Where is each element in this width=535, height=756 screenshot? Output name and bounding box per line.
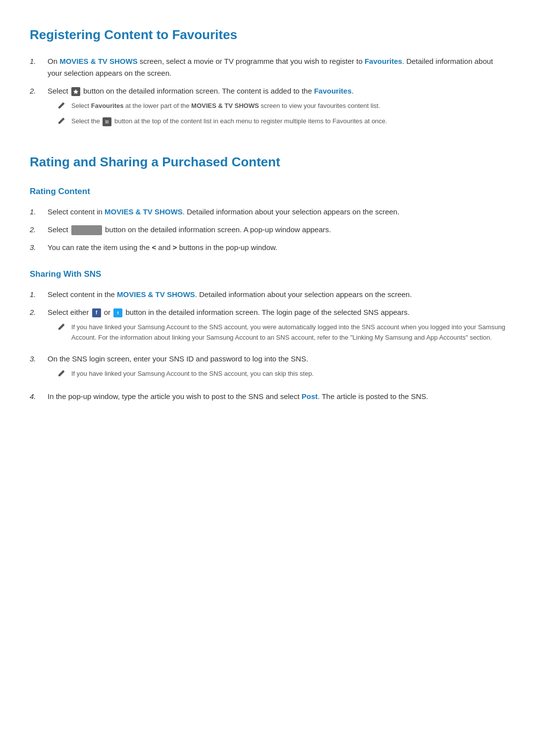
multi-select-icon: ⊞ (103, 117, 111, 126)
subsection-sns: Sharing With SNS 1. Select content in th… (30, 267, 505, 403)
list-number: 2. (30, 224, 48, 236)
pencil-icon (57, 323, 68, 334)
movies-tv-highlight: MOVIES & TV SHOWS (117, 290, 195, 299)
note-text: If you have linked your Samsung Account … (71, 369, 314, 379)
list-item: 4. In the pop-up window, type the articl… (30, 391, 505, 403)
pencil-icon (57, 117, 68, 128)
chevron-left-icon: < (152, 243, 156, 252)
note-item: Select Favourites at the lower part of t… (57, 101, 505, 113)
favourites-button-icon (71, 87, 80, 96)
sns-item2-notes: If you have linked your Samsung Account … (57, 322, 505, 343)
list-item: 1. Select content in the MOVIES & TV SHO… (30, 289, 505, 301)
list-item: 2. Select button on the detailed informa… (30, 85, 505, 133)
movies-tv-highlight: MOVIES & TV SHOWS (59, 57, 138, 65)
favourites-highlight: Favourites (365, 57, 402, 65)
note-item: Select the ⊞ button at the top of the co… (57, 116, 505, 128)
section1-list: 1. On MOVIES & TV SHOWS screen, select a… (30, 55, 505, 133)
list-number: 2. (30, 85, 48, 97)
sns-item3-text: On the SNS login screen, enter your SNS … (48, 354, 308, 363)
subsection-sns-title: Sharing With SNS (30, 267, 505, 281)
list-number: 1. (30, 55, 48, 67)
sns-item3-notes: If you have linked your Samsung Account … (57, 369, 505, 381)
list-item: 3. You can rate the item using the < and… (30, 242, 505, 253)
list-number: 1. (30, 289, 48, 301)
subsection-rating-title: Rating Content (30, 185, 505, 198)
list-number: 3. (30, 353, 48, 365)
rating-list: 1. Select content in MOVIES & TV SHOWS. … (30, 206, 505, 253)
section2-title: Rating and Sharing a Purchased Content (30, 152, 505, 173)
list-number: 1. (30, 206, 48, 218)
note-item: If you have linked your Samsung Account … (57, 322, 505, 343)
list-content: On MOVIES & TV SHOWS screen, select a mo… (48, 55, 505, 79)
pencil-icon (57, 369, 68, 381)
movies-tv-highlight: MOVIES & TV SHOWS (105, 207, 183, 216)
note-text: Select Favourites at the lower part of t… (71, 101, 380, 111)
list-item: 2. Select either f or t button in the de… (30, 306, 505, 347)
list-content: Select content in MOVIES & TV SHOWS. Det… (48, 206, 505, 218)
note-item: If you have linked your Samsung Account … (57, 369, 505, 381)
favourites-highlight2: Favourites (314, 87, 352, 95)
pencil-icon (57, 101, 68, 113)
note-text: Select the ⊞ button at the top of the co… (71, 116, 387, 127)
list-content: On the SNS login screen, enter your SNS … (48, 353, 505, 385)
twitter-icon: t (113, 308, 122, 317)
list-content: You can rate the item using the < and > … (48, 242, 505, 253)
section-rating-sharing: Rating and Sharing a Purchased Content R… (30, 152, 505, 402)
section-registering: Registering Content to Favourites 1. On … (30, 25, 505, 132)
item2-text: Select button on the detailed informatio… (48, 87, 354, 95)
list-content: Select button on the detailed informatio… (48, 85, 505, 133)
post-link: Post (302, 392, 318, 401)
list-content: Select either f or t button in the detai… (48, 306, 505, 347)
list-content: Select ★★★★★ button on the detailed info… (48, 224, 505, 236)
list-content: Select content in the MOVIES & TV SHOWS.… (48, 289, 505, 301)
subsection-rating: Rating Content 1. Select content in MOVI… (30, 185, 505, 253)
section1-item2-notes: Select Favourites at the lower part of t… (57, 101, 505, 129)
list-item: 1. Select content in MOVIES & TV SHOWS. … (30, 206, 505, 218)
note-text: If you have linked your Samsung Account … (71, 322, 505, 343)
sns-list: 1. Select content in the MOVIES & TV SHO… (30, 289, 505, 402)
list-content: In the pop-up window, type the article y… (48, 391, 505, 403)
sns-item2-text: Select either f or t button in the detai… (48, 308, 410, 316)
list-number: 2. (30, 306, 48, 318)
list-number: 3. (30, 242, 48, 253)
facebook-icon: f (92, 308, 101, 317)
svg-marker-0 (73, 89, 78, 94)
section1-title: Registering Content to Favourites (30, 25, 505, 46)
list-item: 1. On MOVIES & TV SHOWS screen, select a… (30, 55, 505, 79)
list-item: 3. On the SNS login screen, enter your S… (30, 353, 505, 385)
stars-button: ★★★★★ (71, 225, 102, 235)
list-number: 4. (30, 391, 48, 403)
list-item: 2. Select ★★★★★ button on the detailed i… (30, 224, 505, 236)
chevron-right-icon: > (173, 243, 177, 252)
